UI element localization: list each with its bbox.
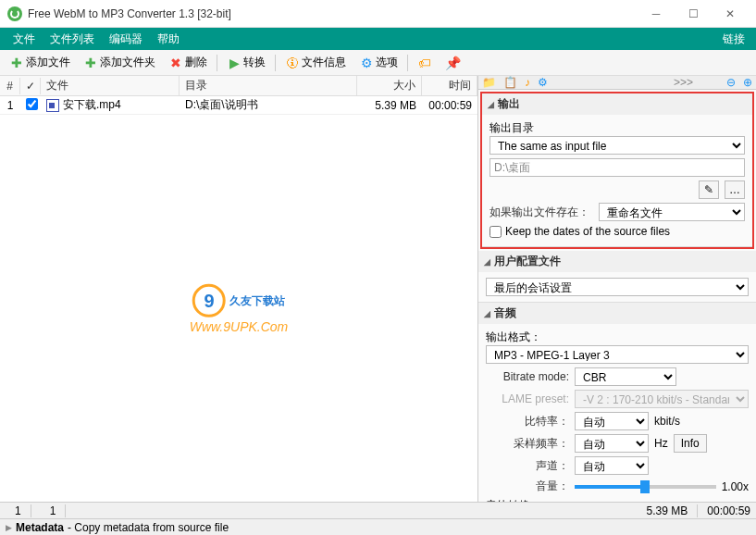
lame-select: -V 2 : 170-210 kbit/s - Standard bbox=[575, 390, 749, 408]
delete-icon: ✖ bbox=[168, 56, 183, 70]
volume-value: 1.00x bbox=[722, 480, 749, 493]
maximize-button[interactable]: ☐ bbox=[675, 1, 712, 27]
chevron-down-icon: ◢ bbox=[488, 100, 494, 109]
menu-encoder[interactable]: 编码器 bbox=[102, 31, 150, 47]
gear-tab-icon[interactable]: ⚙ bbox=[538, 76, 548, 89]
output-dir-label: 输出目录 bbox=[490, 120, 745, 136]
row-checkbox[interactable] bbox=[26, 98, 38, 110]
output-path-field bbox=[490, 158, 745, 177]
add-file-button[interactable]: ✚添加文件 bbox=[4, 53, 76, 72]
col-file[interactable]: 文件 bbox=[41, 76, 180, 95]
chevron-right-icon: ▶ bbox=[6, 523, 12, 532]
col-dir[interactable]: 目录 bbox=[180, 76, 357, 95]
volume-slider[interactable] bbox=[575, 485, 716, 489]
watermark: 9久友下载站 Www.9UPK.Com bbox=[190, 284, 289, 334]
convert-button[interactable]: ▶转换 bbox=[221, 53, 271, 72]
gear-icon: ⚙ bbox=[359, 56, 374, 70]
audio-section-head[interactable]: ◢音频 bbox=[478, 303, 756, 324]
output-section-head[interactable]: ◢输出 bbox=[482, 93, 752, 115]
exists-label: 如果输出文件存在： bbox=[490, 205, 589, 220]
clipboard-tab-icon[interactable]: 📋 bbox=[503, 76, 517, 89]
channel-label: 声道： bbox=[486, 458, 569, 474]
music-tab-icon[interactable]: ♪ bbox=[525, 76, 530, 89]
table-row[interactable]: 1 安下载.mp4 D:\桌面\说明书 5.39 MB 00:00:59 bbox=[0, 96, 477, 115]
profile-select[interactable]: 最后的会话设置 bbox=[486, 278, 749, 296]
table-header: # ✓ 文件 目录 大小 时间 bbox=[0, 76, 477, 96]
browse-path-button[interactable]: … bbox=[725, 180, 745, 199]
status-total: 1 bbox=[41, 504, 67, 517]
cell-time: 00:00:59 bbox=[422, 98, 477, 113]
minimize-button[interactable]: ─ bbox=[638, 1, 675, 27]
video-file-icon bbox=[46, 99, 59, 112]
menu-filelist[interactable]: 文件列表 bbox=[43, 31, 102, 47]
cell-size: 5.39 MB bbox=[357, 98, 422, 113]
file-info-button[interactable]: 🛈文件信息 bbox=[279, 53, 352, 72]
col-size[interactable]: 大小 bbox=[357, 76, 422, 95]
col-num[interactable]: # bbox=[0, 78, 20, 94]
play-icon: ▶ bbox=[227, 56, 242, 70]
pin-button[interactable]: 📌 bbox=[440, 54, 465, 72]
menu-file[interactable]: 文件 bbox=[6, 31, 43, 47]
chevron-down-icon: ◢ bbox=[484, 309, 490, 318]
cell-num: 1 bbox=[0, 98, 20, 113]
file-list-panel: # ✓ 文件 目录 大小 时间 1 安下载.mp4 D:\桌面\说明书 5.39… bbox=[0, 76, 478, 502]
bitrate-select[interactable]: 自动 bbox=[575, 412, 649, 430]
cell-dir: D:\桌面\说明书 bbox=[180, 96, 357, 114]
expand-icon[interactable]: ⊕ bbox=[743, 76, 752, 89]
lame-label: LAME preset: bbox=[486, 392, 569, 405]
bitrate-mode-label: Bitrate mode: bbox=[486, 370, 569, 383]
channel-select[interactable]: 自动 bbox=[575, 456, 649, 475]
info-icon: 🛈 bbox=[285, 56, 300, 70]
status-count: 1 bbox=[6, 504, 31, 517]
window-title: Free WebM to MP3 Converter 1.3 [32-bit] bbox=[28, 7, 638, 20]
info-button[interactable]: Info bbox=[674, 434, 707, 453]
menu-help[interactable]: 帮助 bbox=[150, 31, 187, 47]
tag-button[interactable]: 🏷 bbox=[412, 54, 438, 72]
collapse-icon[interactable]: ⊖ bbox=[726, 76, 736, 89]
settings-tabs: 📁 📋 ♪ ⚙ >>> ⊖ ⊕ bbox=[478, 76, 756, 90]
plus-icon: ✚ bbox=[9, 56, 24, 70]
sample-select[interactable]: 自动 bbox=[575, 434, 649, 453]
folder-tab-icon[interactable]: 📁 bbox=[482, 76, 496, 89]
bitrate-mode-select[interactable]: CBR bbox=[575, 367, 676, 386]
close-button[interactable]: ✕ bbox=[712, 1, 749, 27]
metadata-text: - Copy metadata from source file bbox=[68, 521, 229, 534]
status-size: 5.39 MB bbox=[638, 504, 699, 517]
folder-plus-icon: ✚ bbox=[83, 56, 98, 70]
chevron-down-icon: ◢ bbox=[484, 257, 490, 267]
status-time: 00:00:59 bbox=[707, 504, 750, 517]
metadata-bar[interactable]: ▶ Metadata - Copy metadata from source f… bbox=[0, 518, 756, 535]
cell-check[interactable] bbox=[20, 97, 41, 114]
edit-path-button[interactable]: ✎ bbox=[699, 180, 719, 199]
cell-file: 安下载.mp4 bbox=[41, 96, 180, 114]
track-label: 音轨转换 bbox=[486, 498, 749, 502]
metadata-head: Metadata bbox=[16, 521, 64, 534]
options-button[interactable]: ⚙选项 bbox=[353, 53, 403, 72]
window-buttons: ─ ☐ ✕ bbox=[638, 1, 749, 27]
format-label: 输出格式： bbox=[486, 330, 749, 345]
col-time[interactable]: 时间 bbox=[422, 76, 477, 95]
title-bar: Free WebM to MP3 Converter 1.3 [32-bit] … bbox=[0, 0, 756, 28]
output-highlight-box: ◢输出 输出目录 The same as input file ✎ … 如果输出… bbox=[480, 92, 754, 249]
sample-label: 采样频率： bbox=[486, 436, 569, 452]
delete-button[interactable]: ✖删除 bbox=[163, 53, 213, 72]
format-select[interactable]: MP3 - MPEG-1 Layer 3 bbox=[486, 345, 749, 364]
bitrate-label: 比特率： bbox=[486, 414, 569, 429]
pin-icon: 📌 bbox=[445, 56, 460, 70]
app-logo-icon bbox=[7, 6, 22, 21]
expand-chevrons[interactable]: >>> bbox=[674, 76, 693, 89]
menu-bar: 文件 文件列表 编码器 帮助 链接 bbox=[0, 28, 756, 50]
status-bar: 1 1 5.39 MB 00:00:59 bbox=[0, 502, 756, 518]
output-dir-select[interactable]: The same as input file bbox=[490, 136, 745, 155]
keep-dates-check[interactable]: Keep the dates of the source files bbox=[490, 225, 745, 238]
col-check[interactable]: ✓ bbox=[20, 78, 41, 94]
menu-link[interactable]: 链接 bbox=[717, 31, 750, 47]
profile-section-head[interactable]: ◢用户配置文件 bbox=[478, 251, 756, 272]
volume-label: 音量： bbox=[486, 479, 569, 494]
add-folder-button[interactable]: ✚添加文件夹 bbox=[78, 53, 161, 72]
exists-select[interactable]: 重命名文件 bbox=[599, 203, 745, 221]
toolbar: ✚添加文件 ✚添加文件夹 ✖删除 ▶转换 🛈文件信息 ⚙选项 🏷 📌 bbox=[0, 50, 756, 76]
settings-panel: 📁 📋 ♪ ⚙ >>> ⊖ ⊕ ◢输出 输出目录 The same as inp… bbox=[478, 76, 756, 502]
tag-icon: 🏷 bbox=[417, 56, 432, 70]
